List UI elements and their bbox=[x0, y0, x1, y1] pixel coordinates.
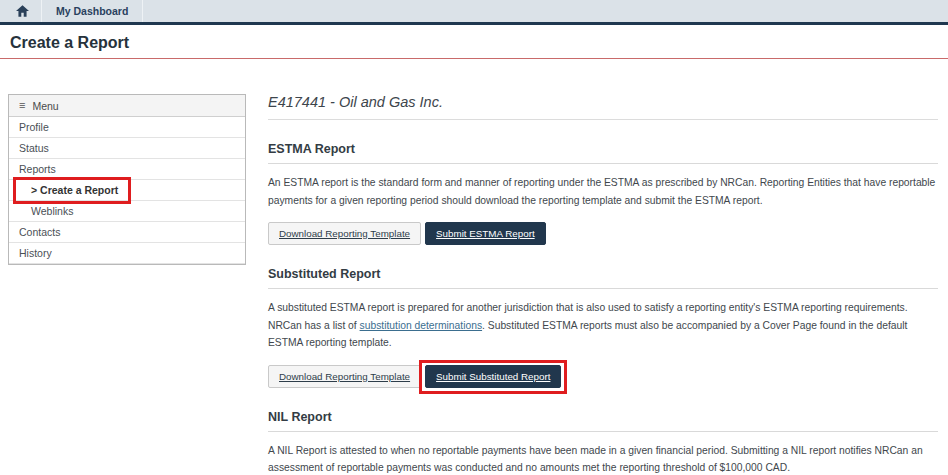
sidebar-item-label: Contacts bbox=[19, 226, 60, 238]
sidebar-menu-title: Menu bbox=[32, 100, 58, 112]
sidebar-item-profile[interactable]: Profile bbox=[9, 117, 245, 138]
top-navbar: My Dashboard bbox=[0, 0, 948, 25]
submit-substituted-report-button[interactable]: Submit Substituted Report bbox=[425, 365, 561, 388]
content-area: ≡ Menu Profile Status Reports > Create a… bbox=[0, 59, 948, 475]
nil-report-description: A NIL Report is attested to when no repo… bbox=[268, 442, 938, 475]
download-reporting-template-button-2[interactable]: Download Reporting Template bbox=[268, 365, 421, 388]
sidebar-item-label: Profile bbox=[19, 121, 49, 133]
main-panel: E417441 - Oil and Gas Inc. ESTMA Report … bbox=[268, 59, 938, 475]
menu-icon: ≡ bbox=[19, 100, 25, 111]
estma-button-row: Download Reporting Template Submit ESTMA… bbox=[268, 222, 938, 245]
estma-report-description: An ESTMA report is the standard form and… bbox=[268, 174, 938, 209]
sidebar-item-status[interactable]: Status bbox=[9, 138, 245, 159]
sidebar-item-label: > Create a Report bbox=[31, 184, 118, 196]
home-icon bbox=[16, 5, 29, 17]
section-title-nil-report: NIL Report bbox=[268, 410, 938, 432]
section-title-estma-report: ESTMA Report bbox=[268, 142, 938, 164]
sidebar-menu: ≡ Menu Profile Status Reports > Create a… bbox=[8, 94, 246, 265]
sidebar-item-label: History bbox=[19, 247, 52, 259]
tab-my-dashboard[interactable]: My Dashboard bbox=[42, 0, 143, 22]
section-title-substituted-report: Substituted Report bbox=[268, 267, 938, 289]
substitution-determinations-link[interactable]: substitution determinations bbox=[360, 320, 483, 331]
sidebar-item-create-a-report[interactable]: > Create a Report bbox=[9, 180, 245, 201]
my-dashboard-label: My Dashboard bbox=[56, 5, 128, 17]
sidebar-item-weblinks[interactable]: Weblinks bbox=[9, 201, 245, 222]
sidebar-item-label: Reports bbox=[19, 163, 56, 175]
page-title: Create a Report bbox=[10, 34, 938, 52]
sidebar-item-reports[interactable]: Reports bbox=[9, 159, 245, 180]
sidebar-menu-header[interactable]: ≡ Menu bbox=[9, 95, 245, 117]
substituted-button-row: Download Reporting Template Submit Subst… bbox=[268, 365, 938, 388]
entity-heading: E417441 - Oil and Gas Inc. bbox=[268, 94, 938, 120]
submit-estma-report-button[interactable]: Submit ESTMA Report bbox=[425, 222, 546, 245]
download-reporting-template-button[interactable]: Download Reporting Template bbox=[268, 222, 421, 245]
sidebar-item-label: Weblinks bbox=[31, 205, 73, 217]
sidebar-item-label: Status bbox=[19, 142, 49, 154]
page-title-bar: Create a Report bbox=[0, 25, 948, 59]
home-tab[interactable] bbox=[0, 0, 42, 22]
sidebar-item-contacts[interactable]: Contacts bbox=[9, 222, 245, 243]
submit-substituted-wrap: Submit Substituted Report bbox=[425, 365, 561, 388]
substituted-report-description: A substituted ESTMA report is prepared f… bbox=[268, 299, 938, 352]
sidebar-item-history[interactable]: History bbox=[9, 243, 245, 264]
